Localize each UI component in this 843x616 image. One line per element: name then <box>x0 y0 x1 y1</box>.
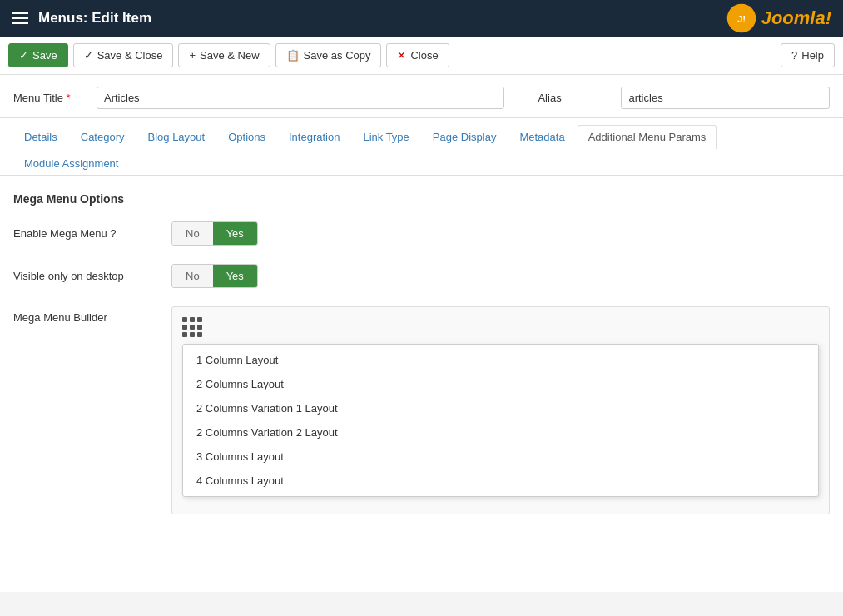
tab-module-assignment[interactable]: Module Assignment <box>13 152 129 175</box>
grid-dot <box>197 317 202 322</box>
tab-row-1: Details Category Blog Layout Options Int… <box>13 125 830 148</box>
alias-label: Alias <box>538 92 604 104</box>
dropdown-item-4col[interactable]: 4 Columns Layout <box>183 469 818 493</box>
save-new-icon: + <box>189 49 196 62</box>
tab-options[interactable]: Options <box>217 125 276 148</box>
grid-layout-icon[interactable] <box>182 317 819 337</box>
tab-details[interactable]: Details <box>13 125 68 148</box>
help-icon: ? <box>791 49 797 62</box>
joomla-logo-icon: J! <box>726 3 756 33</box>
visible-desktop-no-btn[interactable]: No <box>172 265 213 287</box>
builder-area: 1 Column Layout 2 Columns Layout 2 Colum… <box>171 306 830 514</box>
alias-input[interactable] <box>621 87 830 109</box>
grid-dot <box>190 325 195 330</box>
joomla-logo-text: Joomla! <box>761 7 831 29</box>
save-close-icon: ✓ <box>84 49 93 62</box>
help-button[interactable]: ? Help <box>781 43 835 67</box>
tab-blog-layout[interactable]: Blog Layout <box>137 125 216 148</box>
grid-dot <box>190 332 195 337</box>
layout-dropdown: 1 Column Layout 2 Columns Layout 2 Colum… <box>182 344 819 497</box>
save-copy-icon: 📋 <box>286 49 300 62</box>
svg-text:J!: J! <box>737 14 746 24</box>
grid-dot <box>197 325 202 330</box>
tab-metadata[interactable]: Metadata <box>508 125 575 148</box>
tabs-container: Details Category Blog Layout Options Int… <box>0 118 843 176</box>
save-new-button[interactable]: + Save & New <box>178 43 270 67</box>
tab-row-2: Module Assignment <box>13 148 830 175</box>
close-icon: ✕ <box>397 49 406 62</box>
required-marker: * <box>67 92 71 104</box>
dropdown-item-2col-var2[interactable]: 2 Columns Variation 2 Layout <box>183 420 818 445</box>
grid-dot <box>197 332 202 337</box>
enable-mega-menu-label: Enable Mega Menu ? <box>13 227 171 240</box>
visible-desktop-yes-btn[interactable]: Yes <box>213 265 257 287</box>
tab-category[interactable]: Category <box>70 125 136 148</box>
header: Menus: Edit Item J! Joomla! <box>0 0 843 37</box>
grid-dot <box>182 325 187 330</box>
tab-link-type[interactable]: Link Type <box>352 125 419 148</box>
mega-menu-builder-row: Mega Menu Builder 1 Column Layout <box>13 306 830 514</box>
enable-mega-menu-yes-btn[interactable]: Yes <box>213 222 257 245</box>
tab-integration[interactable]: Integration <box>278 125 350 148</box>
save-copy-button[interactable]: 📋 Save as Copy <box>275 43 382 67</box>
close-button[interactable]: ✕ Close <box>386 43 449 67</box>
builder-label: Mega Menu Builder <box>13 306 171 324</box>
tab-additional-menu-params[interactable]: Additional Menu Params <box>578 125 717 149</box>
enable-mega-menu-no-btn[interactable]: No <box>172 222 213 245</box>
dropdown-item-3col[interactable]: 3 Columns Layout <box>183 445 818 469</box>
page-title: Menus: Edit Item <box>38 10 151 27</box>
visible-desktop-row: Visible only on desktop No Yes <box>13 264 830 288</box>
form-area: Menu Title * Alias <box>0 75 843 118</box>
toolbar: ✓ Save ✓ Save & Close + Save & New 📋 Sav… <box>0 37 843 75</box>
save-icon: ✓ <box>19 49 28 62</box>
hamburger-icon[interactable] <box>12 12 28 24</box>
header-left: Menus: Edit Item <box>12 10 151 27</box>
enable-mega-menu-toggle[interactable]: No Yes <box>171 221 258 246</box>
dropdown-item-2col[interactable]: 2 Columns Layout <box>183 372 818 396</box>
menu-title-label: Menu Title * <box>13 92 80 104</box>
enable-mega-menu-row: Enable Mega Menu ? No Yes <box>13 221 830 246</box>
grid-dot <box>182 332 187 337</box>
dropdown-item-2col-var1[interactable]: 2 Columns Variation 1 Layout <box>183 396 818 420</box>
form-row-title: Menu Title * Alias <box>13 87 830 109</box>
grid-dot <box>182 317 187 322</box>
visible-desktop-label: Visible only on desktop <box>13 270 171 282</box>
content-area: Mega Menu Options Enable Mega Menu ? No … <box>0 176 843 592</box>
save-button[interactable]: ✓ Save <box>8 43 68 67</box>
visible-desktop-toggle[interactable]: No Yes <box>171 264 258 288</box>
joomla-logo: J! Joomla! <box>726 3 831 33</box>
menu-title-input[interactable] <box>97 87 504 109</box>
section-title: Mega Menu Options <box>13 192 330 211</box>
tab-page-display[interactable]: Page Display <box>422 125 508 148</box>
dropdown-item-1col[interactable]: 1 Column Layout <box>183 348 818 372</box>
grid-dot <box>190 317 195 322</box>
save-close-button[interactable]: ✓ Save & Close <box>73 43 174 67</box>
